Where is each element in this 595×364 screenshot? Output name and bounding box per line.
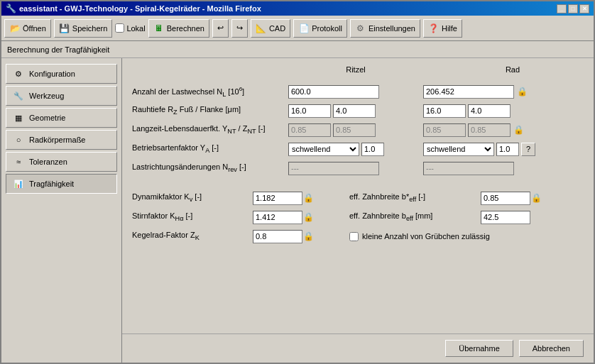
sidebar-item-toleranzen[interactable]: ≈ Toleranzen — [6, 152, 117, 172]
maximize-button[interactable]: □ — [568, 4, 578, 13]
zahnbreite-label: eff. Zahnbreite beff [mm] — [349, 211, 481, 222]
sidebar-item-radkoerper[interactable]: ○ Radkörpermaße — [6, 130, 117, 150]
minimize-button[interactable]: _ — [557, 4, 567, 13]
lower-right: eff. Zahnbreite b*eff [-] 🔒 eff. Zahnbre… — [349, 190, 542, 244]
rauhtiefe-rad-fuss-input[interactable] — [423, 104, 466, 118]
undo-button[interactable]: ↩ — [212, 19, 229, 38]
rauhtiefe-ritzel-flanke-input[interactable] — [333, 104, 376, 118]
lastrichtung-ritzel-input[interactable] — [288, 162, 379, 175]
toolbar: 📂 Öffnen 💾 Speichern Lokal 🖩 Berechnen ↩… — [1, 16, 594, 41]
cad-button[interactable]: 📐 CAD — [251, 19, 290, 38]
betriebsart-ritzel-select[interactable]: schwellend wechselnd — [288, 143, 359, 156]
rauhtiefe-rad-flanke-input[interactable] — [468, 104, 511, 118]
betriebsart-question-button[interactable]: ? — [521, 143, 535, 156]
rauhtiefe-label: Rauhtiefe RZ Fuß / Flanke [μm] — [132, 105, 288, 116]
lastwechsel-rad-input[interactable] — [423, 85, 514, 99]
local-label: Lokal — [126, 24, 145, 33]
zahnbreite-star-lock-icon[interactable]: 🔒 — [530, 192, 542, 204]
zahnbreite-row: eff. Zahnbreite beff [mm] — [349, 209, 542, 225]
werkzeug-icon: 🔧 — [12, 90, 25, 101]
zahnbreite-star-input[interactable] — [481, 192, 530, 205]
sidebar-item-geometrie[interactable]: ▦ Geometrie — [6, 108, 117, 128]
main-window: 🔧 eassistant - GWJ-Technology - Spiral-K… — [0, 0, 595, 364]
close-button[interactable]: ✕ — [579, 4, 589, 13]
kegelrad-lock-icon[interactable]: 🔒 — [302, 231, 314, 242]
geometrie-icon: ▦ — [12, 112, 25, 123]
lebensdauer-rad-z-input[interactable] — [468, 123, 511, 137]
betriebsart-ritzel-val-input[interactable] — [361, 143, 384, 156]
konfiguration-label: Konfiguration — [29, 70, 75, 78]
stirnfaktor-lock-icon[interactable]: 🔒 — [302, 211, 314, 223]
rauhtiefe-ritzel-fuss-input[interactable] — [288, 104, 331, 118]
save-button[interactable]: 💾 Speichern — [54, 19, 113, 38]
titlebar-controls: _ □ ✕ — [557, 4, 589, 13]
rauhtiefe-row: Rauhtiefe RZ Fuß / Flanke [μm] — [132, 103, 584, 118]
settings-button[interactable]: ⚙ Einstellungen — [350, 19, 420, 38]
redo-icon: ↪ — [236, 23, 243, 33]
protocol-label: Protokoll — [312, 24, 342, 33]
save-icon: 💾 — [59, 23, 70, 34]
titlebar-left: 🔧 eassistant - GWJ-Technology - Spiral-K… — [6, 4, 261, 13]
kegelrad-row: Kegelrad-Faktor ZK 🔒 — [132, 228, 314, 244]
breadcrumb: Berechnung der Tragfähigkeit — [1, 41, 594, 58]
lebensdauer-row: Langzeit-Lebensdauerfkt. YNT / ZNT [-] 🔒 — [132, 122, 584, 138]
zahnbreite-input[interactable] — [481, 211, 530, 224]
werkzeug-label: Werkzeug — [29, 92, 64, 100]
content-area: Ritzel Rad Anzahl der Lastwechsel NL [10… — [122, 58, 594, 333]
radkoerper-icon: ○ — [12, 134, 25, 145]
grubchen-checkbox[interactable] — [349, 232, 359, 241]
sidebar-item-konfiguration[interactable]: ⚙ Konfiguration — [6, 64, 117, 84]
help-button[interactable]: ❓ Hilfe — [423, 19, 462, 38]
dynamikfaktor-row: Dynamikfaktor Kv [-] 🔒 — [132, 190, 314, 206]
betriebsart-rad-val-input[interactable] — [496, 143, 519, 156]
save-label: Speichern — [72, 24, 108, 33]
stirnfaktor-input[interactable] — [253, 211, 302, 224]
betriebsart-row: Betriebsartenfaktor YA [-] schwellend we… — [132, 141, 584, 157]
lastrichtung-row: Lastrichtungsänderungen Nrev [-] — [132, 160, 584, 176]
lower-section: Dynamikfaktor Kv [-] 🔒 Stirnfaktor KHα [… — [132, 190, 584, 244]
redo-button[interactable]: ↪ — [231, 19, 248, 38]
grubchen-row: kleine Anzahl von Grübchen zulässig — [349, 228, 542, 244]
lebensdauer-lock-icon[interactable]: 🔒 — [513, 124, 524, 136]
rad-header: Rad — [442, 65, 584, 74]
open-icon: 📂 — [9, 23, 21, 34]
app-icon: 🔧 — [6, 4, 16, 13]
cad-icon: 📐 — [256, 23, 267, 34]
betriebsart-rad-select[interactable]: schwellend wechselnd — [423, 143, 494, 156]
lastrichtung-rad-input[interactable] — [423, 162, 514, 175]
lebensdauer-rad-group: 🔒 — [423, 123, 558, 137]
lastwechsel-lock-icon[interactable]: 🔒 — [516, 86, 528, 97]
cancel-button[interactable]: Abbrechen — [519, 340, 584, 357]
stirnfaktor-row: Stirnfaktor KHα [-] 🔒 — [132, 209, 314, 225]
toleranzen-label: Toleranzen — [29, 158, 67, 166]
kegelrad-label: Kegelrad-Faktor ZK — [132, 231, 253, 241]
lastrichtung-ritzel-group — [288, 162, 423, 175]
lebensdauer-ritzel-z-input[interactable] — [333, 123, 376, 137]
local-checkbox[interactable] — [115, 23, 124, 33]
tragfaehigkeit-icon: 📊 — [12, 178, 25, 189]
dynamikfaktor-lock-icon[interactable]: 🔒 — [302, 192, 314, 204]
rauhtiefe-rad-group — [423, 104, 558, 118]
ok-button[interactable]: Übernahme — [445, 340, 513, 357]
kegelrad-input[interactable] — [253, 230, 302, 243]
calc-icon: 🖩 — [153, 23, 165, 34]
open-button[interactable]: 📂 Öffnen — [4, 19, 51, 38]
calc-label: Berechnen — [167, 24, 204, 33]
betriebsart-label: Betriebsartenfaktor YA [-] — [132, 143, 288, 154]
radkoerper-label: Radkörpermaße — [29, 136, 85, 144]
local-checkbox-group: Lokal — [115, 23, 145, 33]
sidebar-item-tragfaehigkeit[interactable]: 📊 Tragfähigkeit — [6, 174, 117, 194]
main-area: ⚙ Konfiguration 🔧 Werkzeug ▦ Geometrie ○… — [1, 58, 594, 363]
toleranzen-icon: ≈ — [12, 156, 25, 167]
lebensdauer-rad-y-input[interactable] — [423, 123, 466, 137]
lower-left: Dynamikfaktor Kv [-] 🔒 Stirnfaktor KHα [… — [132, 190, 314, 244]
betriebsart-rad-group: schwellend wechselnd ? — [423, 143, 558, 156]
protocol-button[interactable]: 📄 Protokoll — [293, 19, 347, 38]
window-title: eassistant - GWJ-Technology - Spiral-Keg… — [19, 4, 261, 13]
calc-button[interactable]: 🖩 Berechnen — [148, 19, 209, 38]
sidebar-item-werkzeug[interactable]: 🔧 Werkzeug — [6, 86, 117, 106]
dynamikfaktor-input[interactable] — [253, 192, 302, 205]
lastwechsel-ritzel-input[interactable] — [288, 85, 379, 99]
lebensdauer-ritzel-y-input[interactable] — [288, 123, 331, 137]
cad-label: CAD — [269, 24, 285, 33]
